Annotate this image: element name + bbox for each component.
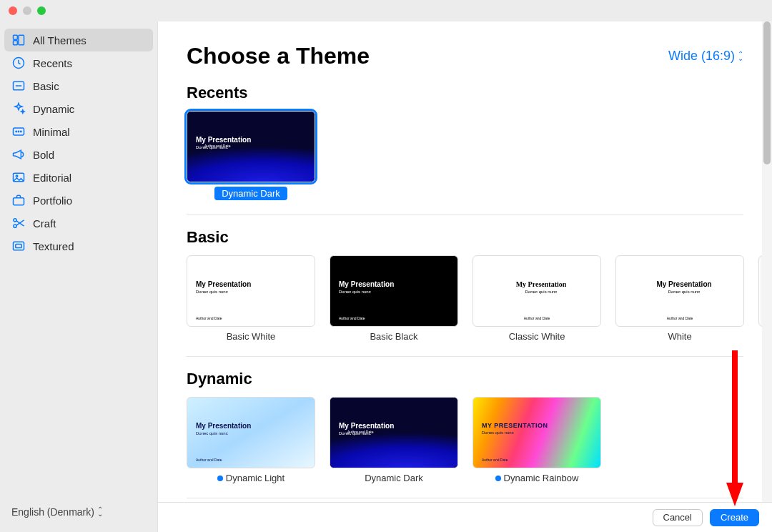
minimize-window-button[interactable] (23, 6, 31, 15)
page-title: Choose a Theme (187, 43, 370, 69)
preview-title: My Presentation (625, 280, 743, 288)
preview-title: My Presentation (196, 422, 315, 430)
sidebar-item-label: Editorial (33, 172, 71, 184)
cancel-button[interactable]: Cancel (653, 509, 703, 526)
svg-point-8 (18, 131, 19, 132)
svg-rect-0 (14, 35, 18, 39)
all-themes-icon (11, 33, 26, 47)
theme-label: Basic Black (370, 331, 417, 342)
preview-subtitle: Donec quis nunc (482, 290, 600, 294)
theme-thumbnail[interactable]: My Presentation Donec quis nunc Author a… (330, 255, 458, 327)
section-recents: Recents My Presentation Donec quis nunc … (187, 84, 743, 215)
preview-subtitle: Donec quis nunc (196, 431, 315, 435)
theme-white[interactable]: My Presentation Donec quis nunc Author a… (615, 255, 744, 342)
up-down-chevron-icon: ⌃⌄ (97, 508, 103, 516)
theme-scroll-area[interactable]: Choose a Theme Wide (16:9) ⌃⌄ Recents My… (158, 21, 772, 502)
sidebar-item-bold[interactable]: Bold (4, 143, 153, 166)
theme-label: Dynamic Dark (214, 187, 287, 200)
svg-rect-1 (14, 41, 18, 45)
blue-dot-icon (217, 476, 223, 481)
aspect-ratio-selector[interactable]: Wide (16:9) ⌃⌄ (668, 49, 743, 64)
theme-label-text: Dynamic Rainbow (504, 473, 579, 483)
theme-label: White (668, 331, 691, 342)
sidebar-item-portfolio[interactable]: Portfolio (4, 189, 153, 212)
preview-title: My Presentation (339, 422, 457, 430)
megaphone-icon (11, 147, 26, 162)
sidebar-item-label: Textured (33, 240, 74, 252)
preview-author: Author and Date (196, 316, 222, 320)
theme-label-text: Dynamic Light (226, 473, 284, 483)
svg-rect-15 (14, 242, 24, 250)
sidebar-item-basic[interactable]: Basic (4, 74, 153, 97)
theme-thumbnail[interactable]: My Presentation Donec quis nunc Author a… (187, 255, 315, 327)
sidebar-item-label: Recents (33, 57, 72, 69)
sidebar-item-editorial[interactable]: Editorial (4, 166, 153, 189)
window-controls (9, 6, 46, 15)
scissors-icon (11, 216, 26, 230)
sidebar-item-textured[interactable]: Textured (4, 235, 153, 257)
preview-title: My Presentation (482, 280, 600, 288)
theme-dynamic-dark[interactable]: My Presentation Donec quis nunc Author a… (330, 397, 458, 483)
theme-label: Basic White (227, 331, 276, 342)
sidebar-item-minimal[interactable]: Minimal (4, 120, 153, 143)
svg-rect-12 (14, 198, 24, 205)
theme-dynamic-dark-recent[interactable]: My Presentation Donec quis nunc Author a… (187, 111, 315, 200)
theme-thumbnail[interactable]: My Presentation Donec quis nunc Author a… (472, 255, 601, 327)
theme-label: Dynamic Rainbow (495, 473, 579, 483)
preview-title: My Presentation (196, 136, 315, 144)
clock-icon (11, 56, 26, 70)
preview-subtitle: Donec quis nunc (625, 290, 743, 294)
theme-label: Dynamic Dark (365, 473, 423, 483)
preview-subtitle: Donec quis nunc (482, 430, 600, 435)
preview-subtitle: Donec quis nunc (196, 290, 315, 294)
section-basic: Basic My Presentation Donec quis nunc Au… (187, 228, 743, 357)
create-button[interactable]: Create (710, 509, 759, 526)
sidebar-item-recents[interactable]: Recents (4, 51, 153, 74)
sidebar-item-craft[interactable]: Craft (4, 212, 153, 235)
theme-thumbnail[interactable]: My Presentation Donec quis nunc Author a… (187, 111, 315, 182)
theme-thumbnail[interactable]: My Presentation Donec quis nunc Author a… (615, 255, 744, 327)
theme-basic-white[interactable]: My Presentation Donec quis nunc Author a… (187, 255, 315, 342)
theme-dynamic-light[interactable]: My Presentation Donec quis nunc Author a… (187, 397, 315, 483)
preview-author: Author and Date (482, 458, 508, 462)
preview-author: Author and Date (347, 430, 458, 434)
svg-rect-2 (19, 35, 24, 44)
preview-author: Author and Date (616, 316, 743, 320)
theme-basic-black[interactable]: My Presentation Donec quis nunc Author a… (330, 255, 458, 342)
theme-thumbnail[interactable]: MY PRESENTATION Donec quis nunc Author a… (472, 397, 601, 468)
close-window-button[interactable] (9, 6, 17, 15)
sidebar: All Themes Recents Basic Dynamic Minimal (0, 21, 157, 532)
sidebar-item-dynamic[interactable]: Dynamic (4, 97, 153, 120)
zoom-window-button[interactable] (37, 6, 46, 15)
sidebar-item-label: Portfolio (33, 194, 72, 207)
footer: Cancel Create (158, 502, 772, 532)
language-selector[interactable]: English (Denmark) ⌃⌄ (4, 499, 153, 525)
theme-thumbnail[interactable]: My Presentation Donec quis nunc Author a… (187, 397, 315, 468)
titlebar (0, 0, 772, 21)
theme-label: Classic White (509, 331, 565, 342)
sidebar-item-label: Craft (33, 217, 56, 230)
theme-thumbnail[interactable]: My Presentation Donec quis nunc Author a… (330, 397, 458, 468)
vertical-scrollbar[interactable] (762, 21, 772, 502)
scrollbar-thumb[interactable] (763, 21, 771, 164)
preview-author: Author and Date (339, 316, 365, 320)
basic-icon (11, 79, 26, 93)
sidebar-item-label: Dynamic (33, 103, 74, 115)
aspect-label: Wide (16:9) (668, 49, 735, 64)
theme-label: Dynamic Light (217, 473, 284, 483)
section-title: Dynamic (187, 370, 743, 388)
preview-title: MY PRESENTATION (482, 422, 600, 429)
textured-icon (11, 239, 26, 253)
sidebar-item-all-themes[interactable]: All Themes (4, 29, 153, 51)
theme-dynamic-rainbow[interactable]: MY PRESENTATION Donec quis nunc Author a… (472, 397, 601, 483)
sidebar-item-label: Bold (33, 149, 54, 161)
svg-rect-16 (16, 245, 21, 248)
theme-classic-white[interactable]: My Presentation Donec quis nunc Author a… (472, 255, 601, 342)
svg-point-11 (16, 175, 18, 177)
sidebar-item-label: Basic (33, 80, 59, 92)
preview-title: My Presentation (196, 280, 315, 288)
sidebar-item-label: Minimal (33, 126, 70, 138)
preview-author: Author and Date (204, 144, 315, 148)
section-title: Recents (187, 84, 743, 102)
briefcase-icon (11, 193, 26, 207)
